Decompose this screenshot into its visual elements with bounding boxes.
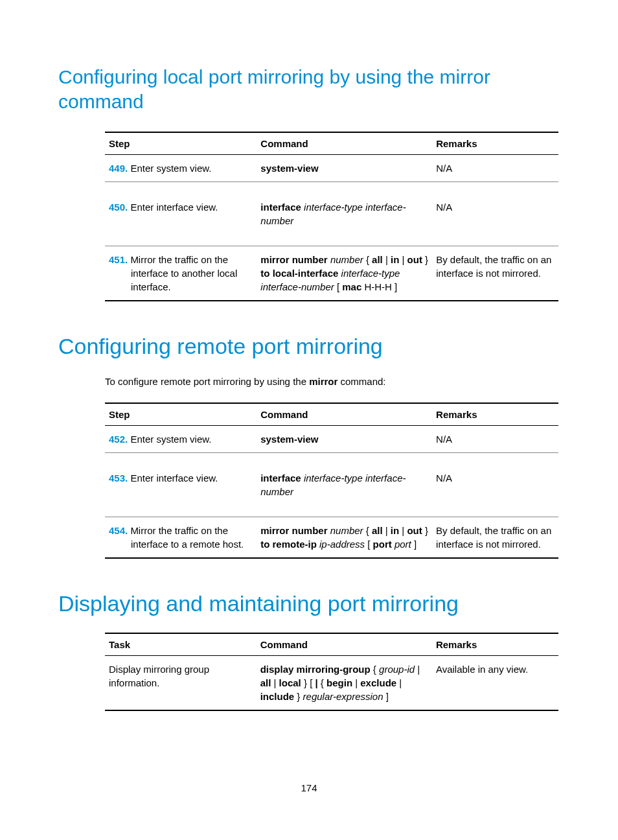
cell-remarks: By default, the traffic on an interface … [432, 517, 558, 558]
cell-task: Display mirroring group information. [105, 656, 257, 711]
th-step: Step [105, 403, 257, 426]
intro-pre: To configure remote port mirroring by us… [105, 376, 309, 387]
th-step: Step [105, 132, 257, 155]
cell-step: 454. Mirror the traffic on the interface… [105, 517, 257, 558]
table-remote-mirroring: Step Command Remarks 452. Enter system v… [105, 402, 558, 559]
cell-remarks: Available in any view. [432, 656, 558, 711]
cell-step: 453. Enter interface view. [105, 452, 257, 517]
step-text: Mirror the traffic on the interface to a… [130, 525, 244, 550]
table-row: 454. Mirror the traffic on the interface… [105, 517, 558, 558]
step-text: Enter interface view. [130, 472, 218, 484]
cell-step: 451. Mirror the traffic on the interface… [105, 246, 257, 301]
cell-remarks: N/A [432, 182, 558, 246]
th-remarks: Remarks [432, 403, 558, 426]
intro-bold: mirror [309, 376, 338, 387]
th-remarks: Remarks [432, 132, 558, 155]
cell-command: display mirroring-group { group-id | all… [257, 656, 432, 711]
table-row: 453. Enter interface view.interface inte… [105, 452, 558, 517]
section2-intro: To configure remote port mirroring by us… [105, 376, 560, 387]
cell-command: interface interface-type interface-numbe… [257, 452, 432, 517]
step-number: 454. [109, 525, 128, 536]
table-row: 451. Mirror the traffic on the interface… [105, 246, 558, 301]
th-command: Command [257, 633, 432, 656]
cell-command: interface interface-type interface-numbe… [257, 182, 432, 246]
th-remarks: Remarks [432, 633, 558, 656]
cell-command: system-view [257, 425, 432, 452]
step-number: 452. [109, 434, 128, 445]
section2-title: Configuring remote port mirroring [58, 332, 560, 360]
th-task: Task [105, 633, 257, 656]
section3-title: Displaying and maintaining port mirrorin… [58, 590, 560, 618]
section1-title: Configuring local port mirroring by usin… [58, 65, 560, 113]
step-number: 450. [109, 202, 128, 213]
cell-remarks: N/A [432, 155, 558, 182]
cell-command: mirror number number { all | in | out } … [257, 246, 432, 301]
table-row: 450. Enter interface view.interface inte… [105, 182, 558, 246]
step-number: 449. [109, 163, 128, 174]
step-text: Enter interface view. [130, 202, 218, 213]
step-text: Enter system view. [130, 163, 211, 174]
cell-command: mirror number number { all | in | out } … [257, 517, 432, 558]
step-text: Enter system view. [130, 434, 211, 445]
page-number: 174 [0, 782, 618, 793]
cell-command: system-view [257, 155, 432, 182]
cell-step: 449. Enter system view. [105, 155, 257, 182]
cell-remarks: N/A [432, 452, 558, 517]
intro-post: command: [338, 376, 385, 387]
th-command: Command [257, 132, 432, 155]
cell-step: 452. Enter system view. [105, 425, 257, 452]
table-row: 452. Enter system view.system-viewN/A [105, 425, 558, 452]
table-local-mirroring: Step Command Remarks 449. Enter system v… [105, 132, 558, 301]
cell-remarks: N/A [432, 425, 558, 452]
step-number: 453. [109, 472, 128, 484]
step-number: 451. [109, 254, 128, 265]
table-display-maintain: Task Command Remarks Display mirroring g… [105, 633, 558, 711]
table-row: Display mirroring group information.disp… [105, 656, 558, 711]
cell-step: 450. Enter interface view. [105, 182, 257, 246]
step-text: Mirror the traffic on the interface to a… [130, 254, 237, 292]
th-command: Command [257, 403, 432, 426]
table-row: 449. Enter system view.system-viewN/A [105, 155, 558, 182]
cell-remarks: By default, the traffic on an interface … [432, 246, 558, 301]
